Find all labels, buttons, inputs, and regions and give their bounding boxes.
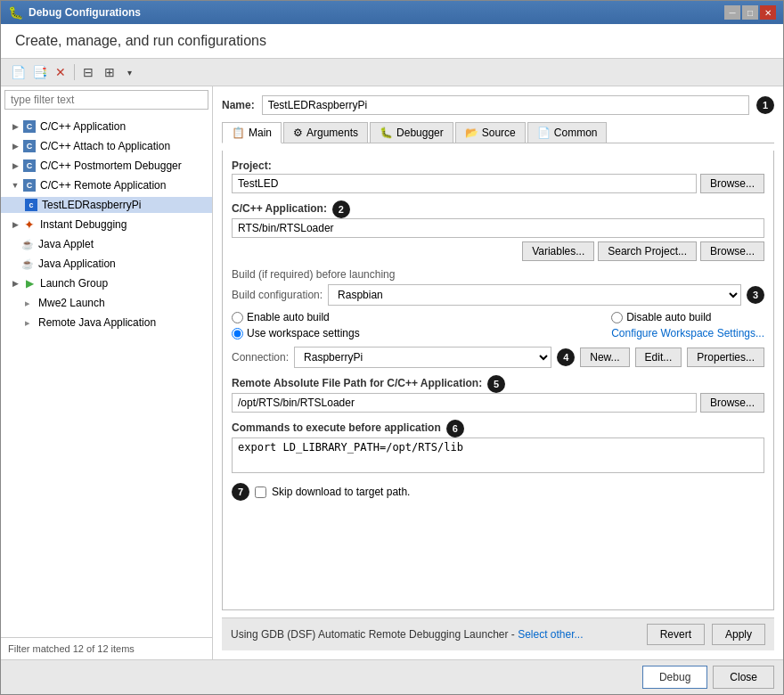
connection-label: Connection:: [232, 351, 289, 364]
title-bar-bug-icon: 🐛: [8, 5, 23, 20]
expand-dropdown-button[interactable]: ▾: [119, 62, 139, 82]
toolbar-separator: [74, 64, 75, 80]
launcher-description: Using GDB (DSF) Automatic Remote Debuggi…: [231, 628, 515, 641]
tab-common[interactable]: 📄 Common: [527, 122, 608, 143]
badge-2: 2: [332, 200, 350, 218]
build-config-label: Build configuration:: [232, 289, 323, 301]
remote-path-browse-button[interactable]: Browse...: [700, 393, 764, 413]
sidebar-item-instant[interactable]: ▶ ✦ Instant Debugging: [1, 215, 212, 234]
skip-checkbox[interactable]: [255, 487, 266, 498]
name-input[interactable]: [262, 95, 749, 115]
tab-main[interactable]: 📋 Main: [222, 122, 282, 143]
sidebar-item-remote[interactable]: ▼ C C/C++ Remote Application: [1, 176, 212, 195]
revert-button[interactable]: Revert: [647, 624, 705, 645]
expand-button[interactable]: ⊞: [100, 62, 119, 82]
sidebar-item-java-applet[interactable]: ☕ Java Applet: [1, 234, 212, 254]
build-config-select[interactable]: Raspbian: [328, 284, 741, 306]
connection-edit-button[interactable]: Edit...: [635, 348, 682, 367]
tree: ▶ C C/C++ Application ▶ C C/C++ Attach t…: [1, 113, 212, 637]
toolbar-dropdown: ⊞ ▾: [100, 62, 139, 82]
select-other-link[interactable]: Select other...: [518, 628, 583, 641]
java-icon-applet: ☕: [20, 237, 35, 251]
debug-configurations-window: 🐛 Debug Configurations ─ □ ✕ Create, man…: [0, 0, 784, 695]
collapse-all-button[interactable]: ⊟: [78, 62, 98, 82]
sidebar-label-remote-java: Remote Java Application: [38, 316, 156, 329]
tab-common-label: Common: [554, 127, 598, 139]
right-panel: Name: 1 📋 Main ⚙ Arguments 🐛 Debugger: [213, 86, 783, 659]
main-tab-icon: 📋: [232, 127, 245, 139]
remote-path-label: Remote Absolute File Path for C/C++ Appl…: [232, 377, 482, 389]
commands-section: Commands to execute before application 6…: [232, 420, 764, 476]
sidebar-item-testled[interactable]: c TestLEDRaspberryPi: [1, 195, 212, 215]
connection-select[interactable]: RaspberryPi: [294, 347, 551, 368]
apply-button[interactable]: Apply: [712, 624, 765, 645]
app-label: C/C++ Application:: [232, 202, 327, 215]
sidebar-item-launch-group[interactable]: ▶ ▶ Launch Group: [1, 274, 212, 293]
remote-java-icon: ▸: [20, 315, 35, 330]
sidebar-item-remote-java[interactable]: ▸ Remote Java Application: [1, 313, 212, 332]
title-bar-buttons: ─ □ ✕: [724, 5, 776, 20]
build-config-row: Build configuration: Raspbian 3: [232, 284, 764, 306]
connection-properties-button[interactable]: Properties...: [687, 348, 764, 367]
remote-path-field-row: Browse...: [232, 393, 764, 413]
footer-bar: Debug Close: [1, 659, 783, 694]
maximize-button[interactable]: □: [742, 5, 758, 20]
badge-1: 1: [756, 96, 774, 114]
close-window-button[interactable]: ✕: [760, 5, 776, 20]
radio-workspace-settings[interactable]: Use workspace settings: [232, 327, 360, 339]
tab-arguments[interactable]: ⚙ Arguments: [283, 122, 368, 143]
connection-new-button[interactable]: New...: [580, 348, 629, 367]
filter-input[interactable]: [4, 90, 208, 110]
tab-source[interactable]: 📂 Source: [455, 122, 526, 143]
build-section-title: Build (if required) before launching: [232, 268, 764, 281]
skip-checkbox-row[interactable]: Skip download to target path.: [255, 486, 410, 498]
radio-workspace-input[interactable]: [232, 328, 243, 339]
toolbar: 📄 📑 ✕ ⊟ ⊞ ▾: [1, 59, 783, 86]
tree-arrow-attach: ▶: [10, 141, 20, 151]
bottom-bar: Using GDB (DSF) Automatic Remote Debuggi…: [222, 617, 774, 650]
launcher-text: Using GDB (DSF) Automatic Remote Debuggi…: [231, 628, 640, 641]
window-title: Create, manage, and run configurations: [15, 33, 769, 49]
sidebar-item-mwe2[interactable]: ▸ Mwe2 Launch: [1, 293, 212, 313]
radio-disable-input[interactable]: [611, 312, 623, 323]
tabs: 📋 Main ⚙ Arguments 🐛 Debugger 📂 Source 📄: [222, 122, 774, 143]
project-input[interactable]: [232, 174, 697, 193]
source-tab-icon: 📂: [465, 127, 478, 139]
connection-section: Connection: RaspberryPi 4 New... Edit...…: [232, 347, 764, 368]
tab-debugger[interactable]: 🐛 Debugger: [370, 122, 453, 143]
radio-disable-auto-build[interactable]: Disable auto build: [611, 311, 764, 323]
variables-button[interactable]: Variables...: [522, 241, 594, 261]
app-browse-button[interactable]: Browse...: [700, 241, 764, 261]
configure-workspace-link[interactable]: Configure Workspace Settings...: [611, 327, 764, 339]
skip-label: Skip download to target path.: [272, 486, 410, 498]
sidebar-item-postmortem[interactable]: ▶ C C/C++ Postmortem Debugger: [1, 156, 212, 176]
commands-textarea[interactable]: export LD_LIBRARY_PATH=/opt/RTS/lib: [232, 437, 764, 473]
name-row: Name: 1: [222, 95, 774, 115]
sidebar-item-attach[interactable]: ▶ C C/C++ Attach to Application: [1, 136, 212, 156]
remote-path-input[interactable]: [232, 393, 697, 413]
new-config-button[interactable]: 📄: [8, 62, 28, 82]
sidebar: ▶ C C/C++ Application ▶ C C/C++ Attach t…: [1, 86, 213, 659]
close-button[interactable]: Close: [713, 666, 774, 689]
duplicate-config-button[interactable]: 📑: [29, 62, 49, 82]
tab-source-label: Source: [482, 127, 516, 139]
sidebar-item-cpp-app[interactable]: ▶ C C/C++ Application: [1, 117, 212, 136]
debug-button[interactable]: Debug: [642, 666, 707, 689]
tab-arguments-label: Arguments: [306, 127, 358, 139]
title-bar-title: Debug Configurations: [29, 6, 719, 19]
sidebar-item-java-app[interactable]: ☕ Java Application: [1, 254, 212, 274]
badge-3: 3: [747, 286, 764, 304]
radio-enable-auto-build[interactable]: Enable auto build: [232, 311, 360, 323]
sidebar-label-postmortem: C/C++ Postmortem Debugger: [40, 159, 182, 172]
radio-enable-input[interactable]: [232, 312, 243, 323]
build-section: Build (if required) before launching Bui…: [232, 268, 764, 339]
app-input[interactable]: [232, 218, 764, 238]
project-field-row: Browse...: [232, 174, 764, 193]
radio-group-left: Enable auto build Use workspace settings: [232, 311, 360, 339]
search-project-button[interactable]: Search Project...: [598, 241, 697, 261]
project-browse-button[interactable]: Browse...: [700, 174, 764, 193]
minimize-button[interactable]: ─: [724, 5, 740, 20]
app-buttons-row: Variables... Search Project... Browse...: [232, 241, 764, 261]
commands-label: Commands to execute before application: [232, 421, 441, 434]
delete-config-button[interactable]: ✕: [51, 62, 70, 82]
